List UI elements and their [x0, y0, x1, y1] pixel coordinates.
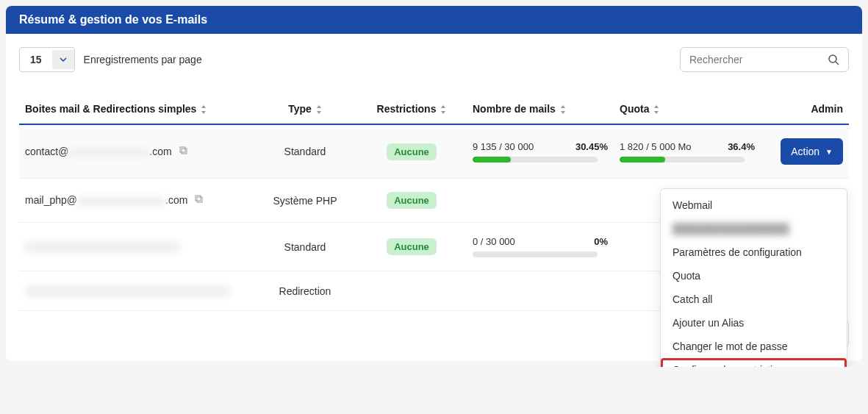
sort-icon — [560, 105, 566, 114]
email-panel: Résumé & gestion de vos E-mails 15 Enreg… — [6, 6, 862, 361]
email-cell: mail_php@.com — [19, 179, 254, 223]
type-cell: Redirection — [254, 271, 356, 311]
panel-title: Résumé & gestion de vos E-mails — [6, 6, 862, 34]
dropdown-alias[interactable]: Ajouter un Alias — [661, 311, 847, 335]
action-dropdown: Webmail ████████████████ Paramètres de c… — [660, 188, 847, 367]
dropdown-webmail[interactable]: Webmail — [661, 193, 847, 217]
svg-rect-4 — [197, 197, 202, 202]
page-size-value: 15 — [20, 48, 52, 71]
col-mail-count[interactable]: Nombre de mails — [467, 94, 614, 124]
sort-icon — [201, 105, 207, 114]
type-cell: Système PHP — [254, 179, 356, 223]
caret-down-icon: ▼ — [825, 148, 833, 156]
svg-point-0 — [829, 55, 836, 63]
dropdown-quota[interactable]: Quota — [661, 264, 847, 288]
page-size-label: Enregistrements par page — [84, 54, 202, 65]
col-mailboxes[interactable]: Boites mail & Redirections simples — [19, 94, 254, 124]
col-quota[interactable]: Quota — [614, 94, 761, 124]
mails-usage: 9 135 / 30 00030.45% — [473, 141, 608, 163]
action-button[interactable]: Action▼ — [781, 138, 843, 165]
dropdown-blurred[interactable]: ████████████████ — [661, 217, 847, 240]
search-input[interactable] — [689, 54, 828, 65]
email-cell — [19, 223, 254, 271]
dropdown-restrictions[interactable]: Configurer les restrictions — [661, 358, 847, 367]
copy-icon[interactable] — [195, 194, 204, 206]
quota-usage: 1 820 / 5 000 Mo36.4% — [620, 141, 755, 163]
email-cell — [19, 271, 254, 311]
svg-rect-5 — [196, 196, 201, 201]
svg-line-1 — [836, 62, 839, 65]
page-size-select[interactable]: 15 — [19, 47, 75, 72]
col-restrictions[interactable]: Restrictions — [356, 94, 467, 124]
sort-icon — [440, 105, 446, 114]
restriction-badge: Aucune — [387, 238, 437, 255]
toolbar-left: 15 Enregistrements par page — [19, 47, 202, 72]
col-type[interactable]: Type — [254, 94, 356, 124]
mails-usage: 0 / 30 0000% — [473, 236, 608, 257]
svg-rect-2 — [182, 149, 187, 154]
dropdown-password[interactable]: Changer le mot de passe — [661, 335, 847, 358]
search-box[interactable] — [680, 47, 849, 72]
search-icon — [828, 54, 839, 65]
toolbar: 15 Enregistrements par page — [19, 47, 849, 72]
col-admin: Admin — [761, 94, 849, 124]
type-cell: Standard — [254, 124, 356, 179]
dropdown-config[interactable]: Paramètres de configuration — [661, 240, 847, 264]
email-cell: contact@.com — [19, 124, 254, 179]
dropdown-catchall[interactable]: Catch all — [661, 288, 847, 311]
restriction-badge: Aucune — [387, 192, 437, 209]
type-cell: Standard — [254, 223, 356, 271]
restriction-badge: Aucune — [387, 143, 437, 160]
copy-icon[interactable] — [179, 146, 188, 157]
table-row: contact@.com Standard Aucune 9 135 / 30 … — [19, 124, 849, 179]
svg-rect-3 — [180, 147, 185, 152]
sort-icon — [653, 105, 659, 114]
chevron-down-icon — [52, 50, 74, 69]
sort-icon — [316, 105, 322, 114]
